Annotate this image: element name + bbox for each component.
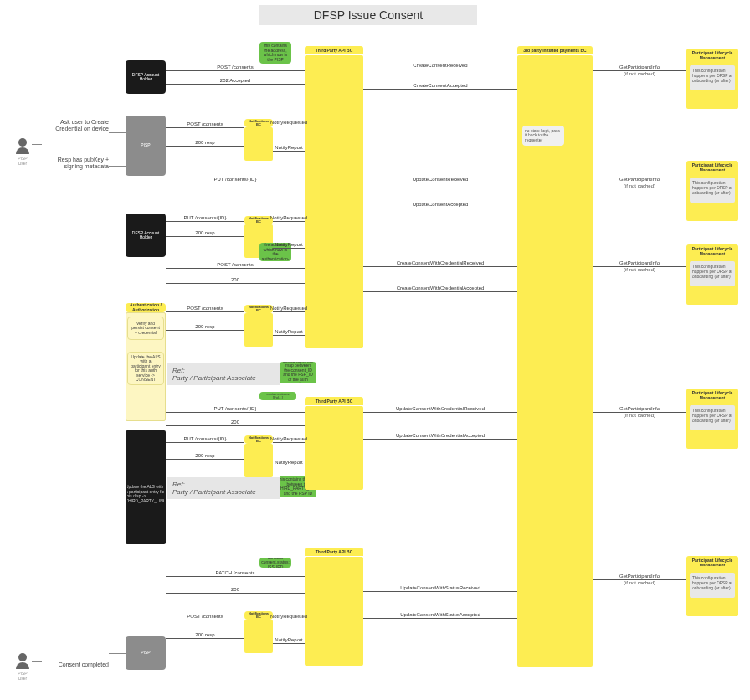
lifecycle-note-1: This configuration happens per DFSP at o… xyxy=(690,65,735,90)
msg-post-consents-1: POST /consents xyxy=(166,70,305,71)
participant-pisp: PISP xyxy=(126,116,166,176)
participant-dfsp-holder-1: DFSP Account Holder xyxy=(126,60,166,94)
msg-200-resp-1: 200 resp xyxy=(166,146,244,147)
participant-pisp-bottom: PISP xyxy=(126,636,166,670)
msg-notify-requested-5: NotifyRequested xyxy=(273,620,305,620)
msg-update-consent-acc: UpdateConsentAccepted xyxy=(363,208,517,208)
note-green-6: contains consent.status: ISSUED xyxy=(259,558,291,568)
lifecycle-note-3: This configuration happens per DFSP at o… xyxy=(690,261,735,286)
connector xyxy=(32,144,42,145)
note-consent-done: Consent completed xyxy=(42,661,109,668)
actor-label: PISP User xyxy=(15,671,30,681)
third-party-api-bar-3 xyxy=(305,557,363,666)
ref-party-participant-2: Ref: Party / Participant Associate xyxy=(167,477,280,499)
participant-dfsp-holder-2: DFSP Account Holder xyxy=(126,214,166,257)
notif-bar-4 xyxy=(244,444,273,477)
msg-update-status-recv: UpdateConsentWithStatusReceived xyxy=(363,591,517,592)
notif-bar-5 xyxy=(244,620,273,653)
msg-put-consents-4: PUT /consents/{ID} xyxy=(166,442,244,443)
msg-notify-requested-1: NotifyRequested xyxy=(273,126,305,126)
msg-notify-requested-2: NotifyRequested xyxy=(273,221,305,222)
msg-create-cred-recv: CreateConsentWithCredentialReceived xyxy=(363,266,517,267)
msg-post-consents-2: POST /consents xyxy=(166,127,244,128)
actor-user-bottom: PISP User xyxy=(15,653,30,681)
note-create-credential: Ask user to Create Credential on device xyxy=(42,119,109,133)
notifications-bc-4: Notifications BC xyxy=(244,435,273,444)
connector xyxy=(109,166,126,167)
msg-create-cred-acc: CreateConsentWithCredentialAccepted xyxy=(363,291,517,292)
note-green-3: this contains the map between the consen… xyxy=(280,362,316,383)
msg-get-participant-5: GetParticipantInfo(if not cached) xyxy=(593,579,686,580)
msg-notify-requested-4: NotifyRequested xyxy=(273,442,305,443)
msg-put-consents-1: PUT /consents/{ID} xyxy=(166,183,305,183)
lifecycle-note-2: This configuration happens per DFSP at o… xyxy=(690,178,735,203)
msg-notify-report-1: NotifyReport xyxy=(273,151,305,152)
lane-third-party-api-2: Third Party API BC xyxy=(305,397,363,405)
msg-notify-report-5: NotifyReport xyxy=(273,643,305,644)
lane-third-party-api-1: Third Party API BC xyxy=(305,46,363,54)
diagram-title: DFSP Issue Consent xyxy=(259,5,477,25)
msg-200-3: 200 xyxy=(166,593,305,594)
lane-third-party-payments: 3rd party initiated payments BC xyxy=(517,46,593,54)
notifications-bc-2: Notifications BC xyxy=(244,216,273,224)
notif-bar-3 xyxy=(244,313,273,347)
note-resp-pubkey: Resp has pubKey + signing metadata xyxy=(42,157,109,171)
msg-202-accepted: 202 Accepted xyxy=(166,84,305,85)
msg-200-resp-5: 200 resp xyxy=(166,638,244,639)
msg-get-participant-2: GetParticipantInfo(if not cached) xyxy=(593,183,686,183)
note-auth-verify: Verify and persist consent + credential xyxy=(127,317,164,340)
msg-put-consents-3: PUT /consents/{ID} xyxy=(166,412,305,413)
msg-update-consent-recv: UpdateConsentReceived xyxy=(363,183,517,183)
msg-200-resp-3: 200 resp xyxy=(166,330,244,331)
notifications-bc-3: Notifications BC xyxy=(244,305,273,313)
msg-notify-report-2: NotifyReport xyxy=(273,248,305,249)
connector xyxy=(109,132,126,133)
third-party-payments-bar xyxy=(517,55,593,667)
msg-create-consent-recv: CreateConsentReceived xyxy=(363,69,517,69)
msg-200-resp-4: 200 resp xyxy=(166,459,244,460)
connector xyxy=(109,653,126,654)
lifecycle-note-4: This configuration happens per DFSP at o… xyxy=(690,405,735,430)
msg-get-participant-3: GetParticipantInfo(if not cached) xyxy=(593,266,686,267)
msg-patch-consents: PATCH /consents xyxy=(166,576,305,577)
notifications-bc-1: Notifications BC xyxy=(244,119,273,127)
note-green-1: this contains the address, which now is … xyxy=(259,42,291,64)
third-party-api-bar-2 xyxy=(305,406,363,490)
msg-200-2: 200 xyxy=(166,425,305,426)
note-green-5: contains state=[Ful…] xyxy=(259,392,296,400)
ref-party-participant-1: Ref: Party / Participant Associate xyxy=(167,363,280,385)
msg-200-1: 200 xyxy=(166,283,305,284)
lifecycle-note-5: This configuration happens per DFSP at o… xyxy=(690,573,735,598)
msg-put-consents-2: PUT /consents/{ID} xyxy=(166,221,244,222)
note-dfsp-als: Update the ALS with a participant entry … xyxy=(127,477,164,511)
actor-user-top: PISP User xyxy=(15,138,30,166)
notifications-bc-5: Notifications BC xyxy=(244,611,273,620)
msg-update-status-acc: UpdateConsentWithStatusAccepted xyxy=(363,618,517,619)
msg-200-resp-2: 200 resp xyxy=(166,236,244,237)
msg-notify-report-3: NotifyReport xyxy=(273,335,305,336)
note-auth-als: Update the ALS with a participant entry … xyxy=(127,352,164,385)
msg-get-participant-1: GetParticipantInfo(if not cached) xyxy=(593,70,686,71)
third-party-api-bar-1 xyxy=(305,55,363,348)
lane-third-party-api-3: Third Party API BC xyxy=(305,548,363,556)
msg-post-consents-4: POST /consents xyxy=(166,311,244,312)
note-tpp-nostate: no state kept, pass it back to the reque… xyxy=(522,126,564,146)
msg-get-participant-4: GetParticipantInfo(if not cached) xyxy=(593,412,686,413)
msg-notify-report-4: NotifyReport xyxy=(273,466,305,466)
msg-create-consent-acc: CreateConsentAccepted xyxy=(363,89,517,90)
participant-auth-header: Authentication / Authorization xyxy=(126,303,166,312)
actor-label: PISP User xyxy=(15,156,30,166)
msg-post-consents-3: POST /consents xyxy=(166,268,305,269)
msg-update-cred-recv: UpdateConsentWithCredentialReceived xyxy=(363,412,517,413)
connector xyxy=(109,667,126,667)
msg-update-cred-acc: UpdateConsentWithCredentialAccepted xyxy=(363,439,517,440)
notif-bar-1 xyxy=(244,127,273,161)
msg-notify-requested-3: NotifyRequested xyxy=(273,311,305,312)
msg-post-consents-5: POST /consents xyxy=(166,620,244,620)
connector xyxy=(32,661,42,662)
